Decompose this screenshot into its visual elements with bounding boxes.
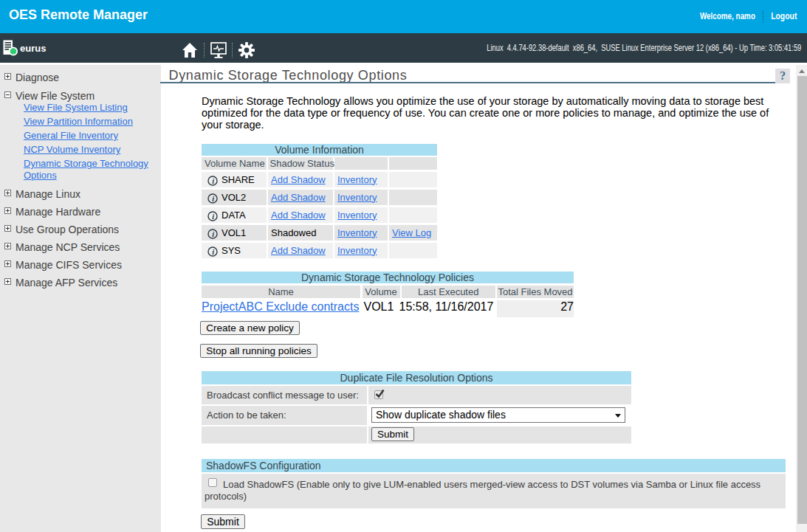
svg-text:i: i (212, 212, 214, 220)
svg-text:i: i (212, 194, 214, 202)
svg-text:i: i (212, 176, 214, 184)
svg-text:i: i (212, 247, 214, 255)
svg-text:i: i (212, 229, 214, 238)
